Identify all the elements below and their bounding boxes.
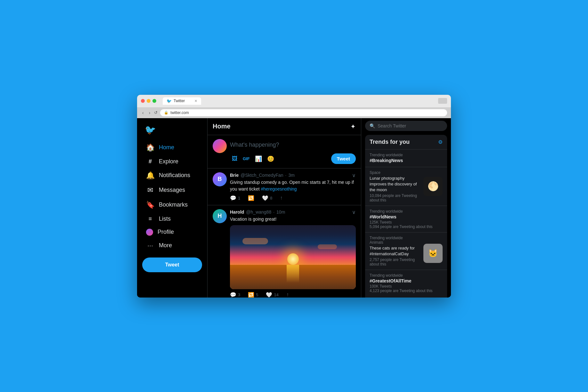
sidebar: 🐦 🏠 Home # Explore 🔔 Notifications ✉ Mes… bbox=[137, 118, 208, 298]
gif-icon[interactable]: GIF bbox=[241, 154, 252, 163]
tweet-actions-brie: 💬 1 🔁 🤍 8 ↑ bbox=[230, 195, 356, 201]
address-bar[interactable]: 🔒 twitter.com bbox=[160, 109, 447, 116]
notifications-icon: 🔔 bbox=[146, 171, 154, 180]
reply-action-harold[interactable]: 💬 3 bbox=[230, 292, 240, 298]
more-icon: ⋯ bbox=[146, 242, 154, 249]
tweet-text-harold: Vacation is going great! bbox=[230, 216, 356, 223]
trend-count-space: 10,094 people are Tweeting about this bbox=[370, 193, 421, 202]
sidebar-item-profile[interactable]: Profile bbox=[142, 225, 202, 239]
minimize-button[interactable] bbox=[147, 99, 151, 103]
tweet-hashtag-brie[interactable]: #heregoesnothing bbox=[261, 186, 297, 192]
trend-item-breaking1[interactable]: Trending worldwide #BreakingNews bbox=[365, 149, 447, 167]
like-icon: 🤍 bbox=[262, 195, 268, 201]
tab-favicon-icon: 🐦 bbox=[167, 99, 172, 103]
retweet-action-brie[interactable]: 🔁 bbox=[248, 195, 254, 201]
browser-toolbar: ‹ › ↺ 🔒 twitter.com bbox=[137, 107, 451, 118]
sidebar-item-notifications[interactable]: 🔔 Notifications bbox=[142, 168, 202, 183]
share-icon: ↑ bbox=[280, 195, 282, 201]
sidebar-item-home[interactable]: 🏠 Home bbox=[142, 140, 202, 155]
forward-button[interactable]: › bbox=[148, 110, 152, 116]
tweet-more-harold[interactable]: ∨ bbox=[352, 209, 356, 215]
tweet-handle-brie: @Sktch_ComedyFan bbox=[241, 173, 283, 178]
sidebar-item-more[interactable]: ⋯ More bbox=[142, 239, 202, 252]
tab-title: Twitter bbox=[174, 99, 185, 103]
sparkle-icon[interactable]: ✦ bbox=[350, 123, 356, 130]
trend-thumb-space: 🌕 bbox=[423, 177, 443, 196]
tweet-body-brie: Brie @Sktch_ComedyFan · 3m ∨ Giving stan… bbox=[230, 172, 356, 201]
trend-item-cats[interactable]: Trending worldwide Animals These cats ar… bbox=[365, 232, 447, 270]
tweet-handle-harold: @h_wang88 bbox=[246, 209, 271, 215]
share-action-brie[interactable]: ↑ bbox=[280, 195, 282, 201]
sidebar-item-lists[interactable]: ≡ Lists bbox=[142, 212, 202, 225]
search-bar[interactable]: 🔍 Search Twitter bbox=[365, 121, 447, 131]
close-button[interactable] bbox=[141, 99, 145, 103]
show-more-link[interactable]: Show more bbox=[365, 296, 447, 297]
retweet-action-harold[interactable]: 🔁 5 bbox=[248, 292, 258, 298]
tweet-timestamp-brie: 3m bbox=[288, 173, 294, 178]
like-action-brie[interactable]: 🤍 8 bbox=[262, 195, 272, 201]
cloud-2 bbox=[318, 244, 337, 249]
compose-placeholder[interactable]: What's happening? bbox=[230, 139, 356, 151]
compose-actions: 🖼 GIF 📊 😊 Tweet bbox=[230, 153, 356, 164]
like-icon-harold: 🤍 bbox=[266, 292, 272, 298]
browser-tab[interactable]: 🐦 Twitter ✕ bbox=[163, 97, 201, 105]
tweet-card-harold[interactable]: H Harold @h_wang88 · 10m ∨ Vacation is g… bbox=[208, 205, 361, 298]
tweet-more-brie[interactable]: ∨ bbox=[352, 172, 356, 178]
trend-count-cats: 2,757 people are Tweeting about this bbox=[370, 257, 421, 266]
back-button[interactable]: ‹ bbox=[141, 110, 145, 116]
reply-icon-harold: 💬 bbox=[230, 292, 236, 298]
sidebar-label-lists: Lists bbox=[159, 216, 171, 222]
retweet-count-harold: 5 bbox=[256, 292, 258, 297]
like-action-harold[interactable]: 🤍 14 bbox=[266, 292, 278, 298]
trend-item-worldnews[interactable]: Trending worldwide #WorldNews 125K Tweet… bbox=[365, 206, 447, 232]
trend-count-worldnews: 125K Tweets bbox=[370, 220, 443, 225]
tweet-name-harold: Harold bbox=[230, 209, 244, 215]
trend-category-cats-breaking: Trending worldwide bbox=[370, 236, 443, 240]
twitter-app: 🐦 🏠 Home # Explore 🔔 Notifications ✉ Mes… bbox=[137, 118, 451, 298]
tweet-text-brie: Giving standup comedy a go. Open mic sta… bbox=[230, 179, 356, 192]
image-upload-icon[interactable]: 🖼 bbox=[230, 153, 240, 164]
tweet-body-harold: Harold @h_wang88 · 10m ∨ Vacation is goi… bbox=[230, 209, 356, 298]
share-icon-harold: ↑ bbox=[286, 292, 289, 298]
sidebar-item-explore[interactable]: # Explore bbox=[142, 155, 202, 168]
like-count-harold: 14 bbox=[274, 292, 278, 297]
sidebar-item-messages[interactable]: ✉ Messages bbox=[142, 183, 202, 198]
sidebar-label-explore: Explore bbox=[159, 158, 178, 165]
feed-header: Home ✦ bbox=[208, 118, 361, 135]
sidebar-label-profile: Profile bbox=[158, 229, 174, 235]
tweet-time-brie: · bbox=[285, 173, 287, 178]
trend-text-cats: Animals These cats are ready for #Intern… bbox=[370, 240, 421, 266]
trend-category-breaking1: Trending worldwide bbox=[370, 153, 443, 157]
emoji-icon[interactable]: 😊 bbox=[265, 153, 276, 164]
main-feed[interactable]: Home ✦ What's happening? 🖼 GIF 📊 😊 Tweet bbox=[208, 118, 361, 298]
reply-icon: 💬 bbox=[230, 195, 236, 201]
sidebar-label-messages: Messages bbox=[159, 187, 185, 193]
tab-close-icon[interactable]: ✕ bbox=[194, 99, 197, 103]
tweet-post-button[interactable]: Tweet bbox=[331, 153, 356, 164]
tweet-button[interactable]: Tweet bbox=[142, 257, 202, 272]
refresh-button[interactable]: ↺ bbox=[154, 110, 158, 115]
sidebar-label-home: Home bbox=[159, 144, 174, 151]
maximize-button[interactable] bbox=[152, 99, 156, 103]
trend-item-space[interactable]: Space Lunar photography improves the dis… bbox=[365, 167, 447, 206]
tab-bar: 🐦 Twitter ✕ bbox=[163, 97, 436, 105]
moon-icon: 🌕 bbox=[423, 177, 443, 196]
retweet-icon: 🔁 bbox=[248, 195, 254, 201]
browser-window: 🐦 Twitter ✕ ‹ › ↺ 🔒 twitter.com 🐦 🏠 Home bbox=[137, 95, 451, 298]
compose-right: What's happening? 🖼 GIF 📊 😊 Tweet bbox=[230, 139, 356, 164]
reply-action-brie[interactable]: 💬 1 bbox=[230, 195, 240, 201]
search-icon: 🔍 bbox=[370, 123, 375, 128]
twitter-logo[interactable]: 🐦 bbox=[142, 122, 202, 138]
trend-item-greatest[interactable]: Trending worldwide #GreatestOfAllTime 10… bbox=[365, 270, 447, 296]
reflection bbox=[287, 265, 299, 283]
trends-gear-icon[interactable]: ⚙ bbox=[438, 139, 443, 145]
trend-subtitle-space: Lunar photography improves the discovery… bbox=[370, 176, 421, 193]
share-action-harold[interactable]: ↑ bbox=[286, 292, 289, 298]
poll-icon[interactable]: 📊 bbox=[253, 153, 264, 164]
trend-space-row: Space Lunar photography improves the dis… bbox=[370, 170, 443, 203]
sidebar-item-bookmarks[interactable]: 🔖 Bookmarks bbox=[142, 198, 202, 212]
tweet-card[interactable]: B Brie @Sktch_ComedyFan · 3m ∨ Giving st… bbox=[208, 168, 361, 205]
reply-count-brie: 1 bbox=[238, 196, 240, 200]
tweet-user-info-brie: Brie @Sktch_ComedyFan · 3m bbox=[230, 173, 295, 178]
trend-count-greatest: 100K Tweets bbox=[370, 284, 443, 289]
